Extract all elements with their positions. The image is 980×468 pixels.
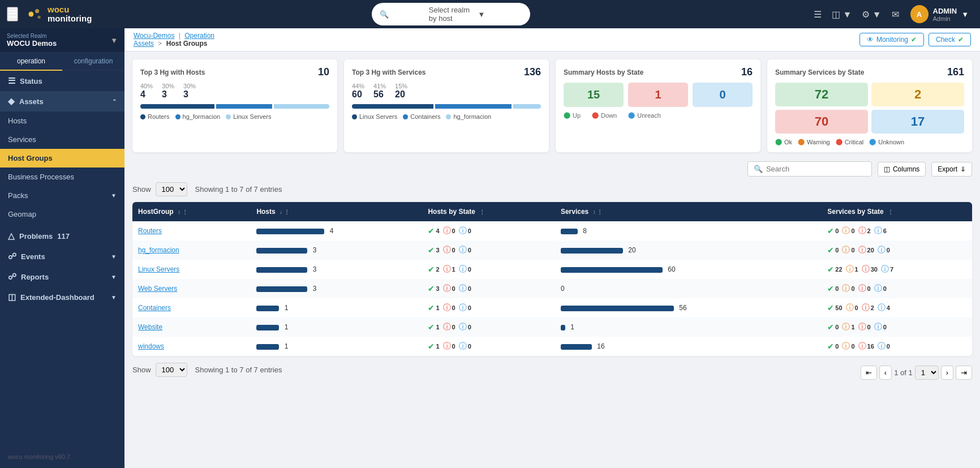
svc-state-counts: ✔50 ⓘ0 ⓘ2 ⓘ4 [827, 303, 966, 313]
realm-bar[interactable]: Selected Realm WOCU Demos ▼ [0, 28, 124, 53]
sc-ok: ✔4 [428, 226, 439, 235]
sidebar-item-geomap[interactable]: Geomap [0, 205, 124, 224]
search-input[interactable] [766, 165, 866, 173]
sc-svc-unk: ⓘ7 [881, 264, 893, 274]
sidebar-group-reports[interactable]: ☍ Reports ▼ [0, 267, 124, 287]
sidebar-item-hosts[interactable]: Hosts [0, 111, 124, 130]
show-select-top[interactable]: 100 [156, 182, 187, 196]
first-page-btn[interactable]: ⇤ [861, 366, 877, 380]
check-btn[interactable]: Check ✔ [929, 33, 971, 46]
ok-icon: ✔ [428, 303, 435, 312]
hostgroup-link[interactable]: Web Servers [138, 285, 177, 293]
realm-selector[interactable]: 🔍 Select realm by host ▼ [372, 3, 530, 25]
settings-icon-btn[interactable]: ⚙ ▼ [858, 7, 884, 22]
assets-submenu: Hosts Services Host Groups Business Proc… [0, 111, 124, 224]
breadcrumb-part2[interactable]: Operation [184, 32, 214, 40]
last-page-btn[interactable]: ⇥ [956, 366, 972, 380]
sidebar-group-assets[interactable]: ◆ Assets ⌃ [0, 91, 124, 111]
svc-count: 0 [561, 285, 565, 293]
breadcrumb-part1[interactable]: Wocu-Demos [134, 32, 174, 40]
down-icon: ⓘ [443, 284, 451, 294]
sc-down: ⓘ1 [443, 264, 455, 274]
hostgroup-link[interactable]: Containers [138, 304, 171, 312]
cell-services-state: ✔0 ⓘ1 ⓘ0 ⓘ0 [822, 317, 972, 337]
cell-name: windows [132, 337, 251, 356]
svc-state-counts: ✔0 ⓘ0 ⓘ0 ⓘ0 [827, 284, 966, 294]
tab-operation[interactable]: operation [0, 53, 62, 71]
sort-icon-hosts-state[interactable]: ⋮ [479, 209, 485, 215]
unk-icon: ⓘ [459, 322, 467, 332]
sidebar-item-host-groups[interactable]: Host Groups [0, 149, 124, 168]
table-row: Linux Servers 3 ✔2 ⓘ1 ⓘ0 60 ✔22 ⓘ1 [132, 260, 972, 279]
sort-icon-services[interactable]: ↕ ⋮ [593, 209, 603, 215]
hosts-label: Hosts [8, 117, 27, 125]
svc-ok-icon: ✔ [827, 246, 834, 255]
col-services: Services ↕ ⋮ [555, 202, 822, 221]
user-menu[interactable]: A ADMIN Admin ▼ [906, 3, 973, 25]
sidebar-group-extended-dashboard[interactable]: ◫ Extended-Dashboard ▼ [0, 287, 124, 307]
show-select-bottom[interactable]: 100 [156, 363, 187, 377]
bell-icon-btn[interactable]: ✉ [888, 7, 902, 22]
table-row: hg_formacion 3 ✔3 ⓘ0 ⓘ0 20 ✔0 ⓘ0 [132, 241, 972, 260]
monitoring-btn[interactable]: 👁 Monitoring ✔ [859, 33, 924, 46]
sort-icon-hosts[interactable]: ↓ ⋮ [280, 209, 290, 215]
next-page-btn[interactable]: › [941, 366, 953, 380]
search-box[interactable]: 🔍 [747, 161, 872, 177]
page-select[interactable]: 1 [915, 366, 939, 380]
hostgroup-link[interactable]: Website [138, 323, 162, 331]
cell-services-state: ✔22 ⓘ1 ⓘ30 ⓘ7 [822, 260, 972, 279]
summary-cards-row: Top 3 Hg with Hosts 10 40% 4 30% 3 [132, 59, 972, 152]
h-unk-num: 0 [468, 304, 471, 311]
sidebar-tabs: operation configuration [0, 53, 124, 71]
realm-bar-caret-icon: ▼ [110, 36, 118, 45]
sort-icon-hostgroup[interactable]: ↕ ⋮ [178, 209, 188, 215]
hosts-bar [256, 229, 324, 234]
cell-name: Website [132, 317, 251, 337]
hg-hosts-pct-2: 30% 3 [162, 83, 174, 100]
export-icon-btn[interactable]: ◫ ▼ [828, 7, 855, 22]
host-state-counts: ✔1 ⓘ0 ⓘ0 [428, 322, 549, 332]
sc-unk: ⓘ0 [459, 284, 471, 294]
h-ok-num: 3 [436, 247, 439, 254]
svc-unk-icon: ⓘ [878, 245, 886, 255]
hosts-count: 1 [285, 342, 289, 350]
hostgroup-link[interactable]: Linux Servers [138, 265, 179, 273]
down-label: ⬤ Down [592, 111, 617, 119]
sidebar-item-services[interactable]: Services [0, 130, 124, 149]
hosts-bar [256, 248, 307, 254]
sidebar-group-problems[interactable]: △ Problems 117 [0, 226, 124, 246]
sort-icon-services-state[interactable]: ⋮ [888, 209, 893, 215]
hamburger-menu[interactable]: ☰ [7, 7, 18, 22]
sidebar-group-status[interactable]: ☰ Status [0, 71, 124, 91]
legend-routers: Routers [140, 113, 170, 120]
svc-state-counts: ✔22 ⓘ1 ⓘ30 ⓘ7 [827, 264, 966, 274]
s-unk-num: 0 [883, 324, 887, 330]
sidebar-group-events[interactable]: ☍ Events ▼ [0, 246, 124, 267]
hostgroup-link[interactable]: hg_formacion [138, 246, 179, 254]
h-ok-num: 1 [436, 324, 439, 330]
events-icon: ☍ [8, 251, 16, 261]
col-hostgroup: HostGroup ↕ ⋮ [132, 202, 251, 221]
svc-warn-icon: ⓘ [842, 226, 850, 236]
logo: wocu monitoring [26, 5, 92, 24]
s-crit-num: 16 [867, 343, 874, 350]
reports-icon-btn[interactable]: ☰ [810, 7, 825, 22]
prev-page-btn[interactable]: ‹ [879, 366, 892, 380]
hostgroup-link[interactable]: Routers [138, 227, 162, 235]
tab-configuration[interactable]: configuration [62, 53, 124, 70]
col-services-by-state: Services by State ⋮ [822, 202, 972, 221]
legend-containers: Containers [403, 113, 440, 120]
svc-ok-icon: ✔ [827, 342, 834, 351]
hosts-count: 1 [285, 304, 289, 312]
hostgroup-link[interactable]: windows [138, 342, 164, 350]
sidebar-item-packs[interactable]: Packs ▼ [0, 186, 124, 205]
h-down-num: 0 [452, 304, 455, 311]
sidebar-item-business-processes[interactable]: Business Processes [0, 168, 124, 186]
s-unk-num: 0 [887, 247, 890, 254]
columns-icon: ◫ [884, 165, 890, 173]
cell-name: hg_formacion [132, 241, 251, 260]
legend-dot-hg-formacion [175, 114, 180, 119]
export-btn[interactable]: Export ⇓ [931, 162, 972, 177]
columns-btn[interactable]: ◫ Columns [878, 162, 926, 177]
breadcrumb-part3[interactable]: Assets [134, 40, 154, 48]
